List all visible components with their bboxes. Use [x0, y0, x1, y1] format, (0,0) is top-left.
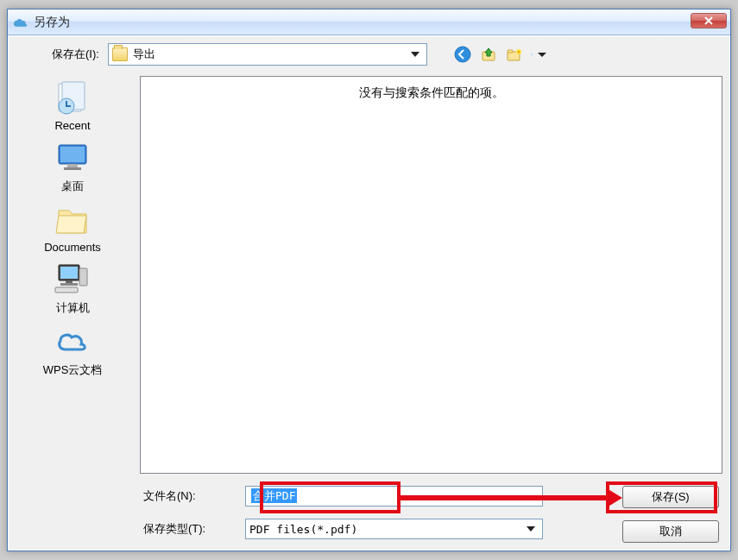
back-button[interactable]	[453, 45, 472, 64]
window-title: 另存为	[34, 15, 70, 30]
filename-value: 合并PDF	[251, 488, 297, 503]
filename-input[interactable]: 合并PDF	[245, 486, 543, 507]
up-button[interactable]	[479, 45, 498, 64]
bottom-panel: 文件名(N): 合并PDF 保存类型(T): PDF files(*.pdf) …	[9, 481, 729, 550]
places-label: Recent	[9, 119, 136, 132]
documents-icon	[53, 201, 92, 239]
button-column: 保存(S) 取消	[622, 486, 719, 543]
close-button[interactable]	[691, 13, 727, 28]
places-recent[interactable]: Recent	[9, 79, 136, 132]
back-icon	[454, 46, 471, 63]
svg-rect-8	[531, 54, 532, 55]
topbar: 保存在(I): 导出	[9, 36, 729, 72]
save-in-combo[interactable]: 导出	[108, 43, 427, 66]
places-computer[interactable]: 计算机	[9, 261, 136, 316]
svg-rect-9	[532, 54, 533, 55]
save-in-label: 保存在(I):	[52, 47, 99, 62]
dialog-body: 保存在(I): 导出	[8, 35, 730, 551]
places-label: 计算机	[9, 300, 136, 316]
places-label: 桌面	[9, 179, 136, 194]
svg-point-0	[455, 47, 470, 62]
places-wps-cloud[interactable]: WPS云文档	[9, 323, 136, 378]
places-label: Documents	[9, 241, 136, 254]
filetype-label: 保存类型(T):	[143, 521, 230, 537]
desktop-icon	[53, 139, 92, 177]
filetype-value: PDF files(*.pdf)	[249, 523, 357, 536]
chevron-down-icon	[411, 52, 419, 57]
svg-rect-18	[60, 267, 78, 279]
svg-rect-22	[55, 287, 78, 293]
save-as-dialog: 另存为 保存在(I): 导出	[7, 9, 731, 551]
save-button-label: 保存(S)	[652, 489, 689, 505]
svg-rect-20	[60, 283, 78, 286]
svg-rect-6	[531, 53, 532, 54]
places-desktop[interactable]: 桌面	[9, 139, 136, 194]
view-menu-button[interactable]	[531, 45, 550, 64]
nav-icon-group	[453, 45, 550, 64]
svg-rect-16	[64, 167, 81, 170]
recent-icon	[53, 79, 92, 117]
cancel-button[interactable]: 取消	[622, 520, 719, 543]
filetype-combo[interactable]: PDF files(*.pdf)	[245, 519, 543, 539]
new-folder-button[interactable]	[505, 45, 524, 64]
chevron-down-icon	[538, 53, 546, 57]
save-in-folder-name: 导出	[133, 47, 155, 62]
view-icon	[531, 47, 533, 62]
wps-cloud-icon	[53, 323, 92, 361]
middle-area: Recent 桌面	[9, 72, 729, 481]
places-label: WPS云文档	[9, 362, 136, 378]
places-bar: Recent 桌面	[9, 72, 136, 481]
svg-rect-21	[79, 268, 87, 286]
cloud-icon	[13, 17, 28, 28]
svg-rect-15	[67, 164, 78, 167]
svg-rect-19	[66, 280, 73, 283]
file-list-pane[interactable]: 没有与搜索条件匹配的项。	[140, 76, 722, 474]
svg-rect-3	[508, 50, 513, 53]
empty-state-text: 没有与搜索条件匹配的项。	[359, 85, 504, 473]
titlebar: 另存为	[8, 9, 730, 35]
close-icon	[703, 16, 714, 25]
save-button[interactable]: 保存(S)	[622, 486, 719, 508]
computer-icon	[53, 261, 92, 299]
folder-icon	[112, 47, 128, 61]
places-documents[interactable]: Documents	[9, 201, 136, 254]
chevron-down-icon	[527, 526, 535, 532]
new-folder-icon	[506, 46, 523, 63]
filename-label: 文件名(N):	[143, 488, 230, 504]
cancel-button-label: 取消	[659, 524, 682, 539]
up-icon	[480, 46, 497, 63]
svg-rect-14	[60, 147, 85, 162]
svg-rect-7	[532, 53, 533, 54]
